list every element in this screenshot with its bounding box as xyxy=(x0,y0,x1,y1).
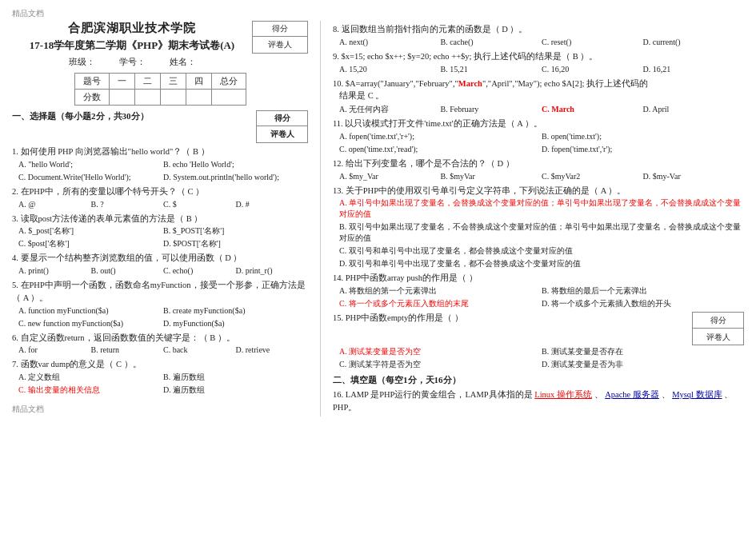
header-score-box: 得分 评卷人 xyxy=(252,21,308,54)
q6-optB: B. return xyxy=(91,345,164,356)
grade-row-label: 分数 xyxy=(74,90,109,106)
q13-optD: D. 双引号和单引号中出现了变量名，都不会替换成这个变量对应的值 xyxy=(339,258,744,269)
right-column: 8. 返回数组当前指针指向的元素的函数是（ D ）。 A. next() B. … xyxy=(333,21,744,416)
q3-optB: B. $_POST['名称'] xyxy=(163,225,308,237)
q4-optA: A. print() xyxy=(18,265,91,277)
q15-optA: A. 测试某变量是否为空 xyxy=(339,346,542,357)
question-13: 13. 关于PHP中的使用双引号单引号定义字符串，下列说法正确的是（ A ）。 … xyxy=(333,185,744,270)
q16-sep2: 、 xyxy=(662,390,670,399)
left-column: 合肥滨湖职业技术学院 17-18学年度第二学期《PHP》期末考试卷(A) 班级：… xyxy=(12,21,308,416)
section2-title: 二、填空题（每空1分，天16分） xyxy=(333,374,744,386)
section1-title: 一、选择题（每小题2分，共30分） xyxy=(12,110,149,122)
name-label: 姓名： xyxy=(170,56,196,68)
q7-optA: A. 定义数组 xyxy=(18,372,163,383)
q9-optB: B. 15,21 xyxy=(441,64,542,75)
q5-optA: A. function myFunction($a) xyxy=(18,305,163,317)
exam-title: 17-18学年度第二学期《PHP》期末考试卷(A) xyxy=(12,38,252,53)
q9-optA: A. 15,20 xyxy=(339,64,441,75)
q2-optC: C. $ xyxy=(163,199,236,210)
q12-optA: A. $my_Var xyxy=(339,171,441,182)
question-2: 2. 在PHP中，所有的变量以哪个特号开头？（ C ） A. @ B. ? C.… xyxy=(12,185,308,210)
q13-optA: A. 单引号中如果出现了变量名，会替换成这个变量对应的值；单引号中如果出现了变量… xyxy=(339,197,744,220)
question-15: 15. PHP中函数empty的作用是（ ） 得分 评卷人 A. 测试某变量是否… xyxy=(333,312,744,370)
question-10: 10. $A=array("January","February","March… xyxy=(333,78,744,116)
q7-optC: C. 输出变量的相关信息 xyxy=(18,385,163,396)
section1-header: 一、选择题（每小题2分，共30分） 得分 评卷人 xyxy=(12,110,308,143)
q11-optB: B. open('time.txt'); xyxy=(542,131,744,142)
reviewer-label: 评卷人 xyxy=(253,37,307,53)
grade-header-1: 一 xyxy=(109,74,134,90)
id-label: 学号： xyxy=(119,56,146,68)
section1-score-label: 得分 xyxy=(257,111,307,126)
q6-optA: A. for xyxy=(18,345,91,356)
question-1: 1. 如何使用 PHP 向浏览器输出"hello world"？（ B ） A.… xyxy=(12,145,308,183)
q3-optA: A. $_post['名称'] xyxy=(18,225,163,237)
watermark-top: 精品文档 xyxy=(12,8,744,19)
q12-optD: D. $my-Var xyxy=(643,171,745,182)
q14-optB: B. 将数组的最后一个元素弹出 xyxy=(542,285,744,297)
q14-optC: C. 将一个或多个元素压入数组的末尾 xyxy=(339,298,542,309)
q5-optB: B. create myFunction($a) xyxy=(163,305,308,317)
q4-optD: D. print_r() xyxy=(236,265,309,277)
q1-optB: B. echo 'Hello World'; xyxy=(163,159,308,170)
grade-header-5: 总分 xyxy=(211,74,246,90)
q10-sub: 结果是 C 。 xyxy=(339,90,744,102)
q16-blank1: Linux 操作系统 xyxy=(534,390,592,399)
question-5: 5. 在PHP中声明一个函数，函数命名myFunction，接受一个形参，正确方… xyxy=(12,279,308,329)
q12-optC: C. $myVar2 xyxy=(542,171,643,182)
question-14: 14. PHP中函数array push的作用是（ ） A. 将数组的第一个元素… xyxy=(333,272,744,309)
grade-cell-4 xyxy=(186,90,211,106)
q6-optD: D. retrieve xyxy=(236,345,309,356)
q10-optC: C. March xyxy=(542,104,643,115)
grade-cell-3 xyxy=(160,90,186,106)
q5-optD: D. myFunction($a) xyxy=(163,318,308,329)
grade-cell-1 xyxy=(109,90,134,106)
q11-optD: D. fopen('time.txt','r'); xyxy=(542,144,744,155)
q16-blank3: Mysql 数据库 xyxy=(672,390,722,399)
q10-optD: D. April xyxy=(643,104,745,115)
q4-optC: C. echo() xyxy=(163,265,236,277)
section2-reviewer-label: 评卷人 xyxy=(693,329,743,345)
header-left: 合肥滨湖职业技术学院 17-18学年度第二学期《PHP》期末考试卷(A) 班级：… xyxy=(12,21,252,68)
page: 精品文档 合肥滨湖职业技术学院 17-18学年度第二学期《PHP》期末考试卷(A… xyxy=(0,0,756,534)
grade-header-4: 四 xyxy=(186,74,211,90)
section2-score-box: 得分 评卷人 xyxy=(692,312,744,345)
q2-optA: A. @ xyxy=(18,199,91,210)
question-8: 8. 返回数组当前指针指向的元素的函数是（ D ）。 A. next() B. … xyxy=(333,23,744,48)
q9-optC: C. 16,20 xyxy=(542,64,643,75)
q1-optC: C. Document.Write('Hello World'); xyxy=(18,172,163,183)
class-row: 班级： 学号： 姓名： xyxy=(12,56,252,68)
section1-score-box: 得分 评卷人 xyxy=(256,110,308,143)
q1-optA: A. "hello World'; xyxy=(18,159,163,170)
q11-optC: C. open('time.txt','read'); xyxy=(339,144,542,155)
class-label: 班级： xyxy=(69,56,95,68)
grade-header-0: 题号 xyxy=(74,74,109,90)
question-12: 12. 给出下列变量名，哪个是不合法的？（ D ） A. $my_Var B. … xyxy=(333,157,744,182)
grade-cell-5 xyxy=(211,90,246,106)
grade-header-3: 三 xyxy=(160,74,186,90)
q3-optC: C. $post['名称'] xyxy=(18,238,163,249)
question-3: 3. 读取post方法传递的表单元素值的方法是（ B ） A. $_post['… xyxy=(12,213,308,250)
q4-optB: B. out() xyxy=(91,265,164,277)
q2-optD: D. # xyxy=(236,199,309,210)
score-label: 得分 xyxy=(253,22,307,37)
school-title: 合肥滨湖职业技术学院 xyxy=(12,21,252,36)
question-4: 4. 要显示一个结构整齐浏览数组的值，可以使用函数（ D ） A. print(… xyxy=(12,252,308,277)
q5-optC: C. new function myFunction($a) xyxy=(18,318,163,329)
section2-score-label: 得分 xyxy=(693,313,743,329)
q6-optC: C. back xyxy=(163,345,236,356)
q9-optD: D. 16,21 xyxy=(643,64,745,75)
q7-optD: D. 遍历数组 xyxy=(163,385,308,396)
q8-optD: D. current() xyxy=(643,37,745,48)
q14-optA: A. 将数组的第一个元素弹出 xyxy=(339,285,542,297)
q10-optA: A. 无任何内容 xyxy=(339,104,441,115)
q8-optA: A. next() xyxy=(339,37,441,48)
watermark-bottom: 精品文档 xyxy=(12,404,308,415)
q11-optA: A. fopen('time.txt','r+'); xyxy=(339,131,542,142)
question-16: 16. LAMP 是PHP运行的黄金组合，LAMP具体指的是 Linux 操作系… xyxy=(333,389,744,414)
q12-optB: B. $myVar xyxy=(441,171,542,182)
q1-optD: D. System.out.println('hello world'); xyxy=(163,172,308,183)
grade-table: 题号 一 二 三 四 总分 分数 xyxy=(74,73,246,106)
q13-optC: C. 双引号和单引号中出现了变量名，都会替换成这个变量对应的值 xyxy=(339,245,744,257)
q14-optD: D. 将一个或多个元素插入数组的开头 xyxy=(542,298,744,309)
